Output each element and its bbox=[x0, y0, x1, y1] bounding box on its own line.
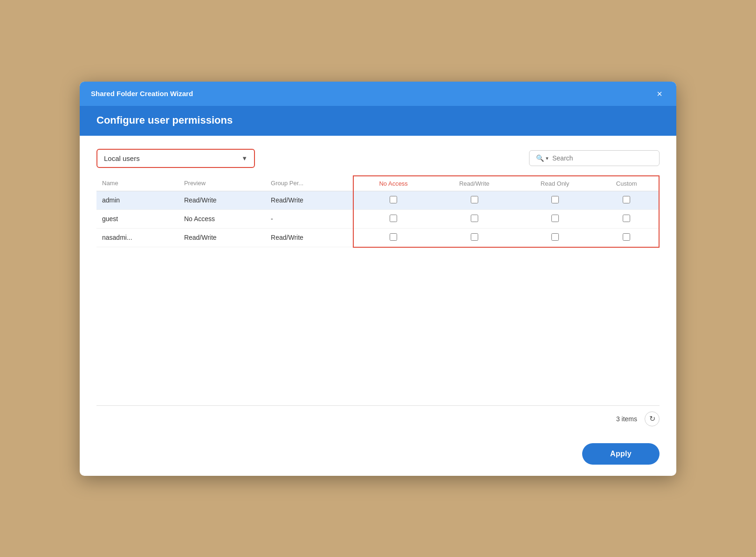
checkbox-read-write[interactable] bbox=[471, 233, 478, 241]
cell-group-perm: - bbox=[265, 209, 353, 228]
col-header-no-access: No Access bbox=[353, 176, 433, 191]
checkbox-custom[interactable] bbox=[623, 196, 630, 203]
cell-name: nasadmi... bbox=[96, 228, 179, 247]
footer-actions: Apply bbox=[80, 435, 676, 476]
permissions-table: Name Preview Group Per... No Access Read… bbox=[96, 175, 660, 248]
cell-no-access[interactable] bbox=[353, 209, 433, 228]
table-header-row: Name Preview Group Per... No Access Read… bbox=[96, 176, 659, 191]
dialog-footer: 3 items ↻ bbox=[80, 397, 676, 435]
col-header-read-only: Read Only bbox=[515, 176, 595, 191]
apply-button[interactable]: Apply bbox=[582, 443, 660, 465]
cell-name: admin bbox=[96, 191, 179, 209]
col-header-group-perm: Group Per... bbox=[265, 176, 353, 191]
shared-folder-dialog: Shared Folder Creation Wizard × Configur… bbox=[80, 82, 676, 476]
cell-read-only[interactable] bbox=[515, 228, 595, 247]
dialog-titlebar: Shared Folder Creation Wizard × bbox=[80, 82, 676, 106]
dialog-subtitle: Configure user permissions bbox=[96, 114, 660, 126]
search-dropdown-icon[interactable]: 🔍 ▾ bbox=[536, 154, 549, 162]
items-count: 3 items bbox=[616, 415, 637, 423]
user-type-select-wrapper[interactable]: Local users Local groups Domain users ▼ bbox=[96, 149, 255, 168]
cell-read-write[interactable] bbox=[433, 209, 515, 228]
cell-custom[interactable] bbox=[594, 228, 659, 247]
checkbox-read-only[interactable] bbox=[551, 233, 559, 241]
search-input[interactable] bbox=[552, 154, 653, 162]
checkbox-no-access[interactable] bbox=[390, 215, 397, 222]
dialog-subtitle-bar: Configure user permissions bbox=[80, 106, 676, 136]
col-header-custom: Custom bbox=[594, 176, 659, 191]
checkbox-read-write[interactable] bbox=[471, 196, 478, 203]
col-header-read-write: Read/Write bbox=[433, 176, 515, 191]
search-wrapper[interactable]: 🔍 ▾ bbox=[529, 150, 660, 166]
col-header-name: Name bbox=[96, 176, 179, 191]
search-chevron-icon: ▾ bbox=[546, 155, 549, 161]
refresh-button[interactable]: ↻ bbox=[645, 411, 660, 426]
table-row: admin Read/Write Read/Write bbox=[96, 191, 659, 209]
col-header-preview: Preview bbox=[179, 176, 265, 191]
toolbar: Local users Local groups Domain users ▼ … bbox=[96, 149, 660, 168]
close-button[interactable]: × bbox=[654, 88, 665, 99]
checkbox-read-only[interactable] bbox=[551, 196, 559, 203]
checkbox-read-only[interactable] bbox=[551, 215, 559, 222]
dialog-body: Local users Local groups Domain users ▼ … bbox=[80, 136, 676, 397]
cell-name: guest bbox=[96, 209, 179, 228]
checkbox-custom[interactable] bbox=[623, 233, 630, 241]
cell-read-only[interactable] bbox=[515, 209, 595, 228]
cell-group-perm: Read/Write bbox=[265, 228, 353, 247]
cell-group-perm: Read/Write bbox=[265, 191, 353, 209]
cell-custom[interactable] bbox=[594, 209, 659, 228]
cell-no-access[interactable] bbox=[353, 191, 433, 209]
cell-preview: Read/Write bbox=[179, 228, 265, 247]
cell-read-write[interactable] bbox=[433, 191, 515, 209]
table-row: guest No Access - bbox=[96, 209, 659, 228]
table-row: nasadmi... Read/Write Read/Write bbox=[96, 228, 659, 247]
dialog-title: Shared Folder Creation Wizard bbox=[91, 90, 193, 97]
footer-separator bbox=[96, 405, 660, 406]
chevron-down-icon: ▼ bbox=[235, 155, 254, 162]
refresh-icon: ↻ bbox=[649, 414, 655, 423]
cell-custom[interactable] bbox=[594, 191, 659, 209]
search-icon: 🔍 bbox=[536, 154, 544, 162]
checkbox-no-access[interactable] bbox=[390, 233, 397, 241]
cell-read-only[interactable] bbox=[515, 191, 595, 209]
checkbox-read-write[interactable] bbox=[471, 215, 478, 222]
footer-inner: 3 items ↻ bbox=[96, 411, 660, 426]
checkbox-custom[interactable] bbox=[623, 215, 630, 222]
cell-preview: No Access bbox=[179, 209, 265, 228]
cell-no-access[interactable] bbox=[353, 228, 433, 247]
user-type-select[interactable]: Local users Local groups Domain users bbox=[97, 150, 235, 167]
checkbox-no-access[interactable] bbox=[390, 196, 397, 203]
cell-preview: Read/Write bbox=[179, 191, 265, 209]
cell-read-write[interactable] bbox=[433, 228, 515, 247]
